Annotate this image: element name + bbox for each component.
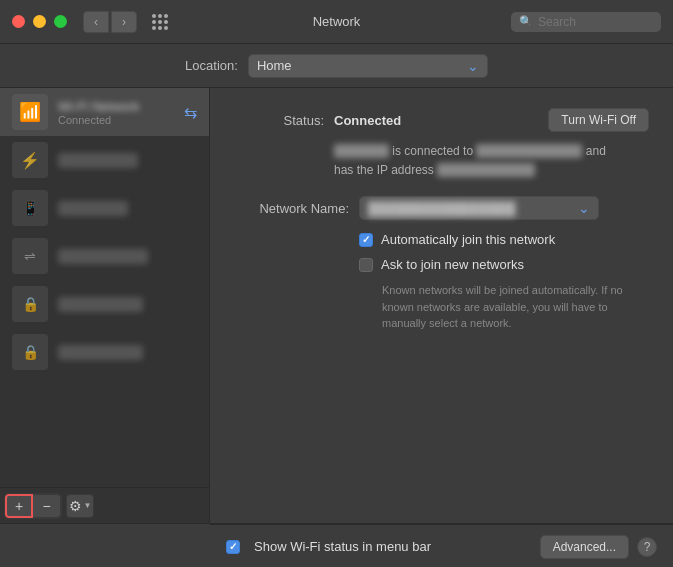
gear-dropdown-arrow: ▼ <box>84 501 92 510</box>
back-button[interactable]: ‹ <box>83 11 109 33</box>
wifi-icon: 📶 <box>19 101 41 123</box>
thunderbolt-icon: ⇌ <box>24 248 36 264</box>
usb-icon: 📱 <box>22 200 39 216</box>
wifi-icon-container: 📶 <box>12 94 48 130</box>
traffic-lights <box>12 15 67 28</box>
minus-icon: − <box>42 498 50 514</box>
grid-icon <box>152 14 168 30</box>
title-bar: ‹ › Network 🔍 <box>0 0 673 44</box>
and-text: and <box>586 144 606 158</box>
location-bar: Location: Home ⌄ <box>0 44 673 88</box>
search-input[interactable] <box>538 15 653 29</box>
thunderbolt-item-name: Thunderbolt <box>58 249 148 264</box>
show-wifi-label: Show Wi-Fi status in menu bar <box>254 539 431 554</box>
add-network-button[interactable]: + <box>5 494 33 518</box>
vpn2-icon: 🔒 <box>22 344 39 360</box>
bluetooth-icon-container: ⚡ <box>12 142 48 178</box>
vpn1-icon-container: 🔒 <box>12 286 48 322</box>
search-icon: 🔍 <box>519 15 533 28</box>
ip-address: ███████████ <box>437 163 535 177</box>
status-value: Connected <box>334 113 401 128</box>
ask-join-label: Ask to join new networks <box>381 257 524 272</box>
bluetooth-item-name: Bluetooth <box>58 153 138 168</box>
advanced-button[interactable]: Advanced... <box>540 535 629 559</box>
show-wifi-checkbox[interactable]: ✓ <box>226 540 240 554</box>
main-content: 📶 Wi-Fi Network Connected ⇆ ⚡ Bluetooth <box>0 88 673 523</box>
sidebar-item-wifi[interactable]: 📶 Wi-Fi Network Connected ⇆ <box>0 88 209 136</box>
network-name-dropdown[interactable]: ████████████████ ⌄ <box>359 196 599 220</box>
auto-join-label: Automatically join this network <box>381 232 555 247</box>
sidebar-item-thunderbolt[interactable]: ⇌ Thunderbolt <box>0 232 209 280</box>
network-name-row: Network Name: ████████████████ ⌄ <box>234 196 649 220</box>
wifi-signal-icon: ⇆ <box>184 103 197 122</box>
bluetooth-item-content: Bluetooth <box>58 153 197 168</box>
has-ip-text: has the IP address <box>334 163 437 177</box>
sidebar-list: 📶 Wi-Fi Network Connected ⇆ ⚡ Bluetooth <box>0 88 209 376</box>
bottom-section: ✓ Show Wi-Fi status in menu bar Advanced… <box>0 523 673 567</box>
forward-button[interactable]: › <box>111 11 137 33</box>
usb-item-content: USB <box>58 201 197 216</box>
status-label: Status: <box>234 113 324 128</box>
remove-network-button[interactable]: − <box>33 494 61 518</box>
sidebar-item-usb[interactable]: 📱 USB <box>0 184 209 232</box>
vpn1-icon: 🔒 <box>22 296 39 312</box>
location-dropdown[interactable]: Home ⌄ <box>248 54 488 78</box>
ask-join-checkbox[interactable] <box>359 258 373 272</box>
sidebar-item-vpn2[interactable]: 🔒 VPN 2 <box>0 328 209 376</box>
location-label: Location: <box>185 58 238 73</box>
bluetooth-icon: ⚡ <box>20 151 40 170</box>
right-panel: Status: Connected Turn Wi-Fi Off ██████ … <box>210 88 673 523</box>
ask-join-row: Ask to join new networks <box>359 257 649 272</box>
search-box[interactable]: 🔍 <box>511 12 661 32</box>
grid-button[interactable] <box>147 11 173 33</box>
wifi-item-content: Wi-Fi Network Connected <box>58 99 174 126</box>
wifi-item-name: Wi-Fi Network <box>58 99 174 114</box>
auto-join-row: ✓ Automatically join this network <box>359 232 649 247</box>
connection-info: ██████ is connected to ████████████ and … <box>334 142 649 180</box>
vpn2-item-content: VPN 2 <box>58 345 197 360</box>
usb-item-name: USB <box>58 201 128 216</box>
network-name-blurred: ████████████ <box>476 144 582 158</box>
window-title: Network <box>313 14 361 29</box>
location-value: Home <box>257 58 292 73</box>
turn-wifi-button[interactable]: Turn Wi-Fi Off <box>548 108 649 132</box>
minimize-button[interactable] <box>33 15 46 28</box>
status-row: Status: Connected Turn Wi-Fi Off <box>234 108 649 132</box>
settings-button[interactable]: ⚙ ▼ <box>66 494 94 518</box>
network-name-label: Network Name: <box>234 201 349 216</box>
show-wifi-checkmark-icon: ✓ <box>229 541 237 552</box>
network-name-value: ████████████████ <box>368 201 515 216</box>
sidebar-item-vpn1[interactable]: 🔒 VPN <box>0 280 209 328</box>
vpn1-item-name: VPN <box>58 297 143 312</box>
help-button[interactable]: ? <box>637 537 657 557</box>
hint-text: Known networks will be joined automatica… <box>382 282 649 332</box>
sidebar-item-bluetooth[interactable]: ⚡ Bluetooth <box>0 136 209 184</box>
close-button[interactable] <box>12 15 25 28</box>
connected-text: is connected to <box>392 144 476 158</box>
show-wifi-bar: ✓ Show Wi-Fi status in menu bar Advanced… <box>210 524 673 567</box>
vpn2-item-name: VPN 2 <box>58 345 143 360</box>
vpn2-icon-container: 🔒 <box>12 334 48 370</box>
show-wifi-row: ✓ Show Wi-Fi status in menu bar <box>226 539 431 554</box>
device-name: ██████ <box>334 144 389 158</box>
auto-join-checkbox[interactable]: ✓ <box>359 233 373 247</box>
gear-icon: ⚙ <box>69 498 82 514</box>
maximize-button[interactable] <box>54 15 67 28</box>
network-chevron-icon: ⌄ <box>578 200 590 216</box>
sidebar: 📶 Wi-Fi Network Connected ⇆ ⚡ Bluetooth <box>0 88 210 523</box>
usb-icon-container: 📱 <box>12 190 48 226</box>
thunderbolt-icon-container: ⇌ <box>12 238 48 274</box>
checkmark-icon: ✓ <box>362 234 370 245</box>
nav-buttons: ‹ › <box>83 11 137 33</box>
thunderbolt-item-content: Thunderbolt <box>58 249 197 264</box>
plus-icon: + <box>15 498 23 514</box>
chevron-down-icon: ⌄ <box>467 58 479 74</box>
wifi-item-status: Connected <box>58 114 174 126</box>
vpn1-item-content: VPN <box>58 297 197 312</box>
sidebar-toolbar: + − ⚙ ▼ <box>0 487 209 523</box>
